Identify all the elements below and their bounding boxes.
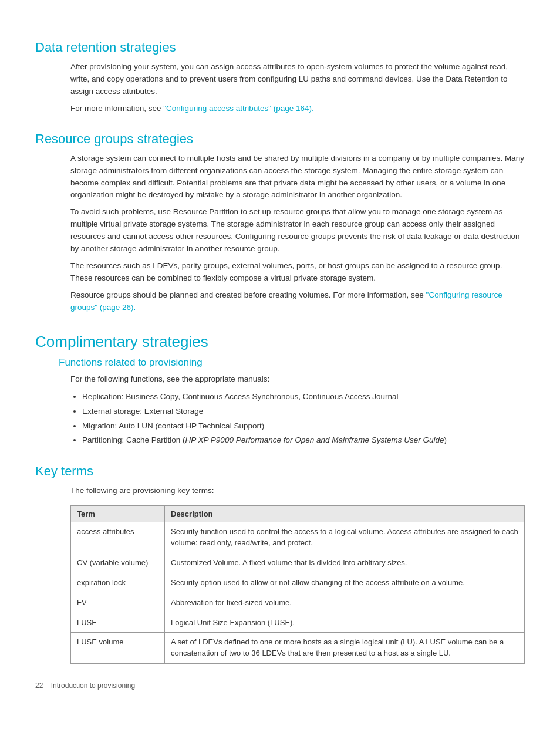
table-header-description: Description bbox=[165, 506, 525, 522]
functions-provisioning-heading: Functions related to provisioning bbox=[59, 357, 525, 369]
key-terms-intro: The following are provisioning key terms… bbox=[70, 485, 525, 497]
resource-groups-para-3: The resources such as LDEVs, parity grou… bbox=[70, 260, 525, 285]
complimentary-list: Replication: Business Copy, Continuous A… bbox=[82, 390, 525, 448]
table-cell-term: expiration lock bbox=[71, 573, 165, 593]
resource-groups-heading: Resource groups strategies bbox=[35, 131, 525, 147]
table-row: LUSE volumeA set of LDEVs defined to one… bbox=[71, 633, 525, 664]
list-item-migration: Migration: Auto LUN (contact HP Technica… bbox=[82, 420, 525, 433]
table-cell-term: FV bbox=[71, 593, 165, 613]
table-cell-term: CV (variable volume) bbox=[71, 553, 165, 573]
table-row: LUSELogical Unit Size Expansion (LUSE). bbox=[71, 613, 525, 633]
table-row: access attributesSecurity function used … bbox=[71, 522, 525, 553]
key-terms-heading: Key terms bbox=[35, 464, 525, 479]
list-item-external: External storage: External Storage bbox=[82, 405, 525, 418]
table-cell-description: Security option used to allow or not all… bbox=[165, 573, 525, 593]
complimentary-heading: Complimentary strategies bbox=[35, 333, 525, 351]
data-retention-link-prefix: For more information, see bbox=[70, 104, 163, 113]
table-row: expiration lockSecurity option used to a… bbox=[71, 573, 525, 593]
page-footer: 22 Introduction to provisioning bbox=[35, 681, 525, 690]
partitioning-italic: HP XP P9000 Performance for Open and Mai… bbox=[185, 436, 444, 444]
list-item-partitioning: Partitioning: Cache Partition (HP XP P90… bbox=[82, 434, 525, 447]
table-header-row: Term Description bbox=[71, 506, 525, 522]
table-cell-description: A set of LDEVs defined to one or more ho… bbox=[165, 633, 525, 664]
table-header-term: Term bbox=[71, 506, 165, 522]
table-cell-description: Abbreviation for fixed-sized volume. bbox=[165, 593, 525, 613]
table-cell-term: LUSE volume bbox=[71, 633, 165, 664]
resource-groups-para-1: A storage system can connect to multiple… bbox=[70, 153, 525, 202]
key-terms-table: Term Description access attributesSecuri… bbox=[70, 505, 525, 664]
table-row: FVAbbreviation for fixed-sized volume. bbox=[71, 593, 525, 613]
partitioning-end: ) bbox=[444, 436, 447, 444]
table-cell-term: access attributes bbox=[71, 522, 165, 553]
complimentary-intro: For the following functions, see the app… bbox=[70, 373, 525, 386]
table-row: CV (variable volume)Customized Volume. A… bbox=[71, 553, 525, 573]
data-retention-heading: Data retention strategies bbox=[35, 40, 525, 55]
resource-groups-link-prefix: Resource groups should be planned and cr… bbox=[70, 291, 426, 299]
footer-title: Introduction to provisioning bbox=[51, 681, 135, 690]
table-cell-description: Logical Unit Size Expansion (LUSE). bbox=[165, 613, 525, 633]
data-retention-para-2: For more information, see "Configuring a… bbox=[70, 103, 525, 115]
resource-groups-para-2: To avoid such problems, use Resource Par… bbox=[70, 206, 525, 255]
table-cell-description: Customized Volume. A fixed volume that i… bbox=[165, 553, 525, 573]
list-item-replication: Replication: Business Copy, Continuous A… bbox=[82, 390, 525, 404]
data-retention-para-1: After provisioning your system, you can … bbox=[70, 61, 525, 98]
page-number: 22 bbox=[35, 681, 43, 690]
resource-groups-para-4: Resource groups should be planned and cr… bbox=[70, 289, 525, 314]
table-cell-term: LUSE bbox=[71, 613, 165, 633]
table-cell-description: Security function used to control the ac… bbox=[165, 522, 525, 553]
data-retention-link[interactable]: "Configuring access attributes" (page 16… bbox=[163, 104, 313, 113]
